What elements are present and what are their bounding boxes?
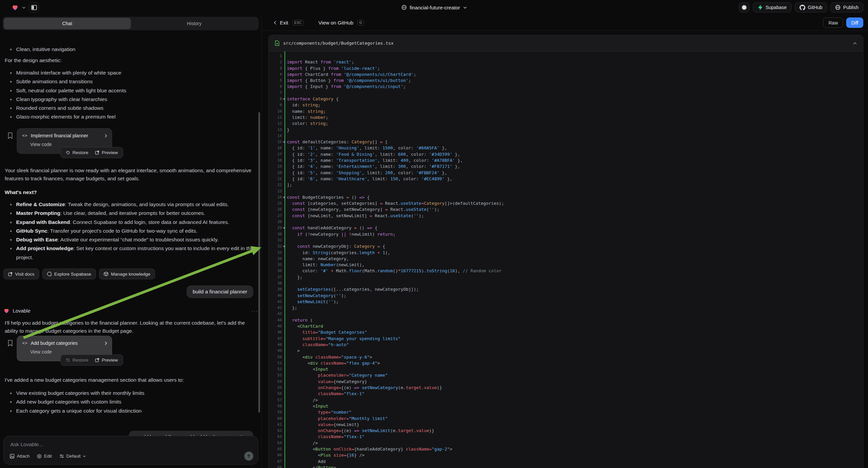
restore-icon	[66, 358, 70, 362]
code-text: className="flex-1"	[282, 391, 364, 397]
code-text: Add	[282, 459, 326, 465]
visit-docs-button[interactable]: Visit docs	[3, 269, 39, 279]
tab-chat[interactable]: Chat	[4, 18, 131, 29]
restore-preview-popover-2: Restore Preview	[60, 354, 123, 365]
code-text: value={newCategory}	[282, 379, 367, 385]
view-on-github-button[interactable]: View on GitHub	[318, 20, 353, 26]
line-number: 66	[269, 452, 282, 458]
chevron-down-icon	[83, 455, 86, 457]
chat-bubble-icon	[47, 272, 52, 276]
line-number: 19	[269, 164, 282, 170]
chat-composer[interactable]: Ask Lovable... Attach Edit Default	[3, 436, 258, 465]
preview-button[interactable]: Preview	[95, 357, 118, 362]
attach-image-icon	[10, 454, 14, 459]
restore-button[interactable]: Restore	[66, 357, 88, 362]
ellipsis-icon[interactable]: ···	[251, 308, 258, 314]
code-line: 50 <div className="space-y-6">	[269, 354, 863, 360]
code-line: 11 limit: number;	[269, 115, 863, 120]
file-header[interactable]: src/components/budget/BudgetCategories.t…	[269, 35, 863, 51]
supabase-button[interactable]: Supabase	[753, 2, 791, 12]
code-text: const BudgetCategories = () => {	[282, 195, 370, 200]
project-switcher[interactable]: financial-future-creator	[401, 0, 467, 15]
chevron-up-icon[interactable]	[853, 42, 857, 45]
settings-button[interactable]	[739, 2, 750, 12]
code-text: const handleAddCategory = () => {	[282, 225, 377, 231]
bookmark-icon[interactable]	[8, 132, 13, 139]
code-line: 16 { id: '1', name: 'Housing', limit: 15…	[269, 145, 863, 151]
code-text: const [newLimit, setNewLimit] = React.us…	[282, 213, 424, 219]
line-number: 54	[269, 379, 282, 385]
file-added-icon	[275, 40, 279, 46]
code-line: 22];	[269, 182, 863, 188]
code-text: value={newLimit}	[282, 422, 359, 428]
code-text: ];	[282, 182, 292, 188]
line-number: 49	[269, 348, 282, 354]
fold-caret-icon[interactable]	[283, 197, 285, 198]
code-text: <div className="space-y-6">	[282, 354, 372, 360]
code-line: 57 />	[269, 397, 863, 403]
sidebar-toggle-icon[interactable]	[29, 2, 39, 12]
back-chevron-icon[interactable]	[274, 21, 276, 25]
line-number: 53	[269, 372, 282, 378]
code-text: setNewCategory('');	[282, 293, 346, 299]
code-text: className="h-auto"	[282, 342, 349, 348]
code-body[interactable]: 12import React from 'react';3import { Pl…	[269, 51, 863, 468]
composer-input[interactable]: Ask Lovable...	[10, 441, 252, 447]
external-link-icon	[8, 272, 12, 276]
line-number: 58	[269, 403, 282, 409]
code-line: 12 color: string;	[269, 120, 863, 126]
code-view-panel: Exit ESC View on GitHub G Raw Diff src/c…	[262, 15, 868, 468]
line-number: 17	[269, 151, 282, 157]
chat-scroll-area[interactable]: Clean, intuitive navigation For the desi…	[0, 33, 262, 449]
chevron-down-icon[interactable]	[22, 6, 26, 9]
design-intro: For the design aesthetic:	[0, 56, 258, 64]
tab-history[interactable]: History	[131, 18, 258, 29]
publish-button[interactable]: Publish	[830, 2, 863, 12]
line-number: 51	[269, 360, 282, 366]
code-line: 30 if (!newCategory || !newLimit) return…	[269, 231, 863, 237]
line-number: 22	[269, 182, 282, 188]
code-line: 9 id: string;	[269, 102, 863, 108]
lovable-heart-icon[interactable]	[11, 4, 19, 11]
supabase-label: Supabase	[765, 5, 786, 10]
fold-caret-icon[interactable]	[283, 98, 285, 100]
line-number: 46	[269, 329, 282, 335]
code-text: }	[282, 127, 289, 133]
code-line: 53 placeholder="Category name"	[269, 372, 863, 378]
explore-supabase-button[interactable]: Explore Supabase	[42, 269, 96, 279]
code-text: color: string;	[282, 120, 328, 126]
github-button[interactable]: GitHub	[795, 2, 828, 12]
attach-button[interactable]: Attach	[10, 454, 30, 459]
line-number: 64	[269, 440, 282, 446]
raw-toggle-button[interactable]: Raw	[823, 18, 843, 28]
line-number: 59	[269, 409, 282, 415]
list-item: Clean typography with clear hierarchies	[10, 95, 255, 104]
send-button[interactable]	[244, 451, 253, 461]
code-text: title="Budget Categories"	[282, 329, 367, 335]
code-text: <Plus size={16} />	[282, 452, 364, 458]
line-number: 65	[269, 446, 282, 452]
edit-button[interactable]: Edit	[37, 454, 52, 459]
diff-toggle-button[interactable]: Diff	[846, 18, 863, 28]
manage-knowledge-button[interactable]: Manage knowledge	[99, 269, 155, 279]
chat-scrollbar[interactable]	[258, 112, 260, 413]
version-card-title: Implement financial planner	[31, 133, 102, 138]
line-number: 42	[269, 305, 282, 311]
list-item: Subtle animations and transitions	[10, 77, 255, 86]
fold-caret-icon[interactable]	[283, 141, 285, 143]
preview-button[interactable]: Preview	[95, 150, 118, 155]
restore-button[interactable]: Restore	[66, 150, 88, 155]
restore-icon	[66, 150, 70, 155]
bookmark-icon[interactable]	[8, 340, 13, 347]
view-code-link[interactable]: View code	[30, 349, 107, 354]
fold-caret-icon[interactable]	[283, 227, 285, 229]
line-number: 61	[269, 422, 282, 428]
assistant-added-paragraph: I've added a new budget categories manag…	[0, 376, 258, 384]
mode-selector[interactable]: Default	[59, 454, 86, 459]
line-number: 5	[269, 78, 282, 84]
code-icon: <>	[22, 341, 28, 346]
view-code-link[interactable]: View code	[30, 142, 107, 147]
fold-caret-icon[interactable]	[283, 246, 285, 247]
exit-button[interactable]: Exit	[280, 20, 288, 26]
globe-icon	[401, 5, 407, 10]
